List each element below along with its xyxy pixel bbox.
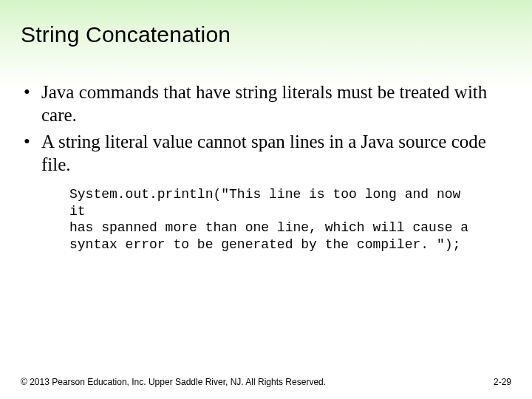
slide: String Concatenation Java commands that … [0,0,532,399]
bullet-item: A string literal value cannot span lines… [41,131,511,176]
bullet-item: Java commands that have string literals … [41,81,511,126]
page-number: 2-29 [494,377,511,387]
bullet-list: Java commands that have string literals … [21,81,511,176]
slide-title: String Concatenation [21,22,511,47]
copyright-text: © 2013 Pearson Education, Inc. Upper Sad… [21,377,326,387]
footer: © 2013 Pearson Education, Inc. Upper Sad… [21,377,511,387]
code-block: System.out.println("This line is too lon… [21,186,511,253]
